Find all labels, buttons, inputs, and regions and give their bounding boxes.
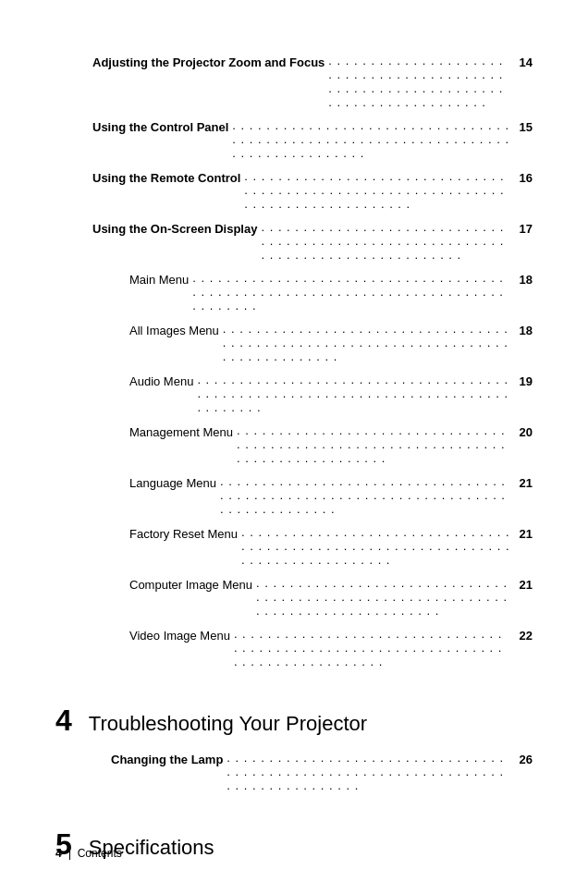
toc-entry-control-panel: Using the Control Panel 15 [55,120,533,162]
toc-entry-language-menu: Language Menu 21 [55,476,533,518]
entry-title: Main Menu [129,273,189,287]
entry-page: 18 [514,273,533,287]
toc-entry-video-image: Video Image Menu 22 [55,629,533,670]
entry-dots [223,322,510,363]
entry-page: 15 [514,120,533,134]
toc-entry-on-screen: Using the On-Screen Display 17 [55,222,533,263]
toc-entry-changing-lamp: Changing the Lamp 26 [55,753,533,794]
entry-title: Video Image Menu [129,629,230,643]
entry-dots [328,54,510,109]
toc-entry-all-images: All Images Menu 18 [55,324,533,365]
entry-dots [237,423,510,465]
footer-label: Contents [78,847,122,860]
entry-dots [256,576,510,618]
entry-page: 16 [514,171,533,185]
entry-page: 14 [514,55,533,69]
toc-section: Adjusting the Projector Zoom and Focus 1… [55,55,533,670]
chapter-4-number: 4 [55,704,72,738]
footer-divider [69,847,70,860]
toc-entry-remote-control: Using the Remote Control 16 [55,171,533,213]
entry-page: 18 [514,324,533,337]
entry-title: Audio Menu [129,374,193,388]
entry-dots [261,220,510,262]
page: Adjusting the Projector Zoom and Focus 1… [0,0,588,882]
entry-dots [227,751,510,792]
entry-dots [192,271,510,312]
toc-entry-adjusting: Adjusting the Projector Zoom and Focus 1… [55,55,533,111]
entry-title: Factory Reset Menu [129,527,238,541]
entry-dots [244,169,510,211]
entry-title: Management Menu [129,425,233,439]
chapter-4-entries: Changing the Lamp 26 [55,753,533,794]
toc-entry-main-menu: Main Menu 18 [55,273,533,314]
entry-dots [197,373,510,414]
entry-dots [220,474,510,516]
footer-page-number: 4 [55,847,62,860]
entry-title: Computer Image Menu [129,578,252,592]
entry-title: Language Menu [129,476,216,490]
entry-title: Using the Control Panel [92,120,228,134]
entry-title: Adjusting the Projector Zoom and Focus [92,55,325,69]
chapter-4-title: Troubleshooting Your Projector [89,712,367,736]
chapter-4-header: 4 Troubleshooting Your Projector [55,704,533,738]
entry-title: Using the On-Screen Display [92,222,257,236]
toc-entry-management-menu: Management Menu 20 [55,425,533,467]
entry-page: 21 [514,476,533,490]
entry-page: 22 [514,629,533,643]
entry-title: Using the Remote Control [92,171,240,185]
toc-entry-computer-image: Computer Image Menu 21 [55,578,533,619]
toc-entry-audio-menu: Audio Menu 19 [55,374,533,416]
entry-title: Changing the Lamp [111,753,223,766]
toc-entry-factory-reset: Factory Reset Menu 21 [55,527,533,569]
entry-page: 17 [514,222,533,236]
entry-page: 19 [514,374,533,388]
entry-title: All Images Menu [129,324,219,337]
entry-page: 21 [514,527,533,541]
entry-page: 26 [514,753,533,766]
entry-dots [232,118,510,160]
footer: 4 Contents [55,847,533,860]
entry-page: 20 [514,425,533,439]
entry-dots [234,627,510,668]
entry-page: 21 [514,578,533,592]
entry-dots [241,525,510,567]
